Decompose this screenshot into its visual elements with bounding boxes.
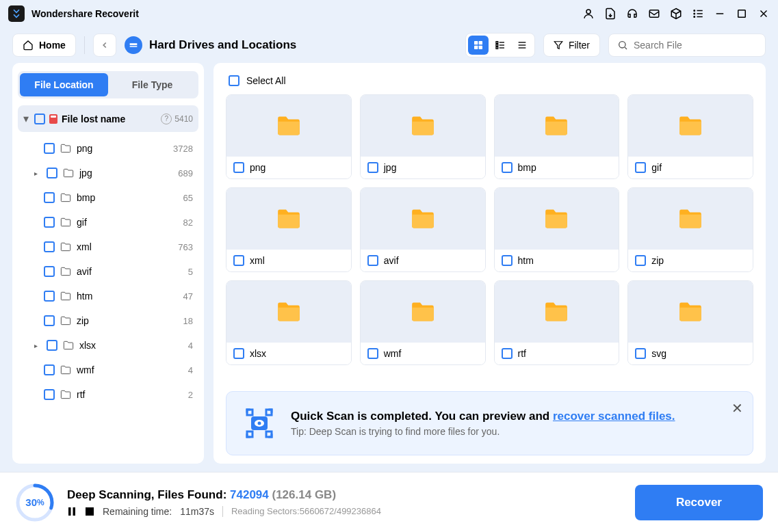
folder-card-png[interactable]: png [226, 94, 352, 179]
account-icon[interactable] [582, 8, 595, 20]
folder-card-xml[interactable]: xml [226, 187, 352, 272]
checkbox[interactable] [635, 348, 646, 359]
sidebar: File Location File Type ▾ File lost name… [12, 63, 204, 464]
view-detail-button[interactable] [512, 36, 532, 55]
checkbox[interactable] [44, 266, 55, 277]
item-name: wmf [77, 364, 183, 375]
close-icon[interactable] [757, 8, 770, 20]
tree-item-htm[interactable]: htm47 [18, 284, 198, 308]
titlebar-left: Wondershare Recoverit [8, 5, 139, 22]
svg-line-27 [625, 47, 627, 49]
tree-item-rtf[interactable]: rtf2 [18, 382, 198, 407]
folder-name: xlsx [250, 348, 266, 359]
tree-item-gif[interactable]: gif82 [18, 210, 198, 235]
recover-files-link[interactable]: recover scanned files. [553, 410, 675, 423]
svg-rect-9 [738, 10, 746, 18]
checkbox[interactable] [44, 364, 55, 375]
pause-button[interactable] [67, 507, 77, 516]
headset-icon[interactable] [626, 8, 638, 20]
checkbox[interactable] [44, 291, 55, 302]
svg-point-3 [694, 13, 695, 14]
checkbox[interactable] [44, 192, 55, 203]
folder-card-jpg[interactable]: jpg [360, 94, 486, 179]
folder-card-xlsx[interactable]: xlsx [226, 280, 352, 365]
svg-point-0 [586, 10, 591, 14]
footer: 30% Deep Scanning, Files Found: 742094 (… [0, 472, 778, 532]
maximize-icon[interactable] [736, 8, 748, 20]
tree-item-wmf[interactable]: wmf4 [18, 358, 198, 382]
checkbox[interactable] [502, 162, 513, 173]
svg-marker-25 [554, 42, 562, 49]
list-icon[interactable] [692, 8, 704, 20]
svg-point-2 [694, 10, 695, 12]
search-input[interactable] [634, 40, 757, 51]
checkbox[interactable] [367, 162, 378, 173]
checkbox[interactable] [635, 255, 646, 266]
checkbox[interactable] [502, 255, 513, 266]
checkbox[interactable] [44, 315, 55, 326]
document-icon[interactable] [604, 8, 617, 20]
recover-button[interactable]: Recover [635, 485, 763, 520]
folder-card-avif[interactable]: avif [360, 187, 486, 272]
folder-card-rtf[interactable]: rtf [494, 280, 620, 365]
card-preview [361, 188, 485, 250]
minimize-icon[interactable] [714, 8, 726, 20]
checkbox[interactable] [44, 241, 55, 252]
view-grid-button[interactable] [468, 36, 489, 55]
checkbox[interactable] [502, 348, 513, 359]
folder-card-svg[interactable]: svg [627, 280, 753, 365]
card-footer: gif [628, 157, 753, 178]
checkbox[interactable] [44, 389, 55, 400]
item-count: 47 [183, 291, 193, 302]
mail-icon[interactable] [648, 8, 660, 20]
filter-button[interactable]: Filter [543, 34, 600, 57]
tree-item-jpg[interactable]: ▸jpg689 [18, 161, 198, 185]
checkbox[interactable] [34, 114, 45, 124]
folder-card-bmp[interactable]: bmp [494, 94, 620, 179]
folder-card-zip[interactable]: zip [627, 187, 753, 272]
scan-complete-icon [240, 404, 278, 442]
item-name: zip [77, 315, 178, 326]
select-all-checkbox[interactable] [229, 75, 239, 86]
tree-item-xml[interactable]: xml763 [18, 235, 198, 259]
tab-file-type[interactable]: File Type [108, 73, 196, 96]
back-button[interactable] [93, 34, 116, 57]
svg-rect-33 [68, 507, 71, 516]
toolbar: Home Hard Drives and Locations Filter [0, 27, 778, 63]
checkbox[interactable] [233, 348, 244, 359]
checkbox[interactable] [233, 255, 244, 266]
folder-name: rtf [518, 348, 526, 359]
folder-icon [543, 208, 569, 230]
view-list-button[interactable] [490, 36, 510, 55]
checkbox[interactable] [47, 168, 57, 178]
tree-root[interactable]: ▾ File lost name ? 5410 [18, 105, 198, 132]
item-count: 689 [178, 168, 193, 178]
help-icon[interactable]: ? [161, 114, 172, 124]
checkbox[interactable] [47, 340, 57, 351]
checkbox[interactable] [635, 162, 646, 173]
notification-close-icon[interactable]: ✕ [731, 400, 743, 416]
checkbox[interactable] [367, 348, 378, 359]
card-preview [495, 281, 619, 343]
cube-icon[interactable] [670, 8, 682, 20]
folder-card-wmf[interactable]: wmf [360, 280, 486, 365]
search-box[interactable] [608, 34, 766, 57]
tab-file-location[interactable]: File Location [20, 73, 108, 96]
folder-name: png [250, 162, 265, 173]
root-label: File lost name [62, 114, 157, 124]
checkbox[interactable] [44, 217, 55, 228]
tree-item-bmp[interactable]: bmp65 [18, 185, 198, 210]
app-logo [8, 5, 25, 22]
stop-button[interactable] [85, 507, 94, 516]
home-button[interactable]: Home [12, 34, 76, 57]
tree-item-avif[interactable]: avif5 [18, 259, 198, 284]
checkbox[interactable] [233, 162, 244, 173]
tree-item-png[interactable]: png3728 [18, 136, 198, 161]
tree-item-xlsx[interactable]: ▸xlsx4 [18, 333, 198, 358]
checkbox[interactable] [367, 255, 378, 266]
folder-card-htm[interactable]: htm [494, 187, 620, 272]
checkbox[interactable] [44, 143, 55, 154]
folder-card-gif[interactable]: gif [627, 94, 753, 179]
tree-item-zip[interactable]: zip18 [18, 308, 198, 333]
svg-point-26 [619, 42, 625, 48]
